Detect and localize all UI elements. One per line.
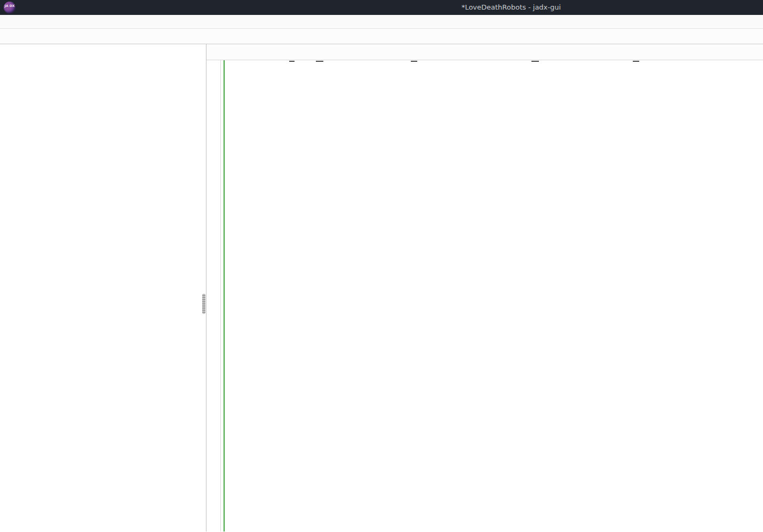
clipped-code-line — [221, 60, 763, 62]
margin-line — [224, 60, 225, 531]
menu-bar — [0, 15, 763, 29]
project-tree[interactable] — [0, 44, 206, 531]
editor-tab-bar — [206, 44, 763, 60]
line-number-gutter — [206, 60, 221, 531]
window-title: *LoveDeathRobots - jadx-gui — [462, 0, 561, 15]
tree-scrollbar[interactable] — [202, 294, 205, 314]
toolbar — [0, 29, 763, 44]
code-editor — [206, 44, 763, 531]
code-area[interactable] — [221, 60, 763, 531]
title-bar: *LoveDeathRobots - jadx-gui — [0, 0, 763, 15]
jadx-logo-icon — [4, 2, 15, 13]
